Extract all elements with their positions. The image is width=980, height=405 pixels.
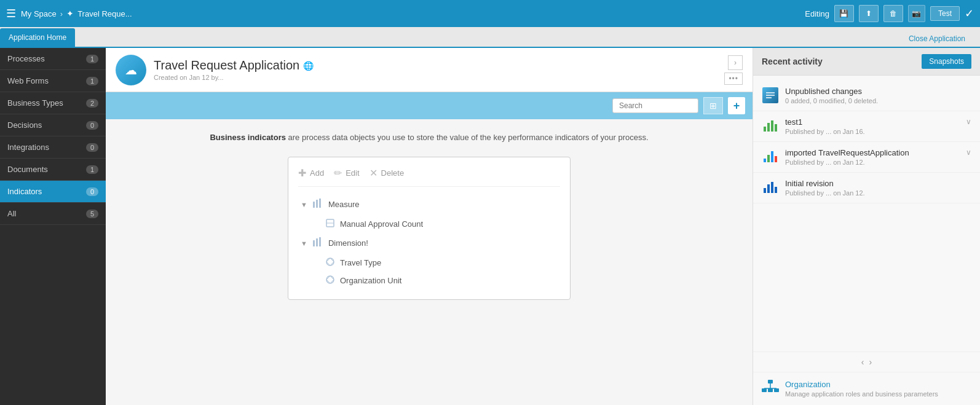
travel-type-label: Travel Type [340, 258, 381, 267]
measure-bar-icon [312, 198, 323, 211]
imported-bar-icon [764, 151, 777, 162]
imported-title: imported TravelRequestApplication [785, 148, 960, 157]
sidebar-item-processes[interactable]: Processes 1 [0, 48, 106, 70]
save-button[interactable]: 💾 [834, 5, 854, 22]
imported-expand-button[interactable]: ∨ [966, 148, 971, 157]
initial-bar-icon [764, 182, 777, 193]
search-input[interactable] [612, 98, 698, 113]
globe-icon: 🌐 [303, 61, 314, 71]
sidebar-indicators-count: 0 [86, 187, 98, 196]
sidebar-item-webforms[interactable]: Web Forms 1 [0, 70, 106, 92]
sidebar-item-decisions[interactable]: Decisions 0 [0, 114, 106, 136]
unpublished-title: Unpublished changes [785, 87, 971, 96]
app-name-breadcrumb: Travel Reque... [77, 9, 132, 18]
delete-action-label: Delete [381, 168, 405, 178]
share-button[interactable]: ⬆ [859, 5, 879, 22]
org-section: Organization Manage application roles an… [753, 372, 980, 405]
sidebar-item-integrations[interactable]: Integrations 0 [0, 136, 106, 159]
sidebar-decisions-count: 0 [86, 121, 98, 130]
travel-type-icon [325, 257, 335, 269]
sidebar-documents-label: Documents [7, 165, 86, 174]
menu-icon[interactable]: ☰ [6, 7, 16, 20]
page-prev-button[interactable]: ‹ [861, 357, 864, 367]
sidebar-processes-label: Processes [7, 54, 86, 63]
indicators-actions: ✚ Add ✏ Edit ✕ Delete [298, 167, 560, 187]
activity-list: Unpublished changes 0 added, 0 modified,… [753, 76, 980, 352]
tree-child-travel-type[interactable]: Travel Type [323, 254, 560, 272]
sidebar-webforms-label: Web Forms [7, 76, 86, 85]
svg-rect-0 [313, 202, 315, 208]
sidebar-decisions-label: Decisions [7, 120, 86, 130]
close-application-button[interactable]: Close Application [900, 31, 974, 47]
svg-point-9 [326, 276, 334, 283]
tree-child-manual-approval[interactable]: Manual Approval Count [323, 215, 560, 233]
sidebar-integrations-label: Integrations [7, 143, 86, 152]
toolbar: ⊞ + [106, 92, 753, 119]
test1-title: test1 [785, 117, 960, 127]
tree-child-org-unit[interactable]: Organization Unit [323, 272, 560, 289]
sidebar-item-indicators[interactable]: Indicators 0 [0, 181, 106, 203]
manual-approval-icon [325, 218, 335, 230]
recent-activity-title: Recent activity [762, 57, 823, 66]
test1-expand-button[interactable]: ∨ [966, 117, 971, 126]
app-subtitle: Created on Jan 12 by... [154, 74, 314, 81]
add-action-button[interactable]: ✚ Add [298, 167, 324, 179]
sidebar-indicators-label: Indicators [7, 187, 86, 196]
description-text: Business indicators are process data obj… [118, 132, 740, 144]
unpublished-content: Unpublished changes 0 added, 0 modified,… [785, 87, 971, 104]
more-button[interactable]: ••• [724, 73, 743, 85]
grid-view-button[interactable]: ⊞ [703, 97, 723, 114]
svg-rect-15 [768, 388, 773, 392]
tree-measure-children: Manual Approval Count [298, 215, 560, 233]
breadcrumb-arrow: › [60, 9, 63, 18]
add-action-icon: ✚ [298, 167, 306, 179]
topbar-right: 📷 Test ✓ [908, 5, 974, 22]
test-button[interactable]: Test [930, 6, 960, 21]
close-application-label: Close Application [909, 34, 965, 43]
tree-dimension-children: Travel Type Organization Unit [298, 254, 560, 289]
imported-content: imported TravelRequestApplication Publis… [785, 148, 960, 166]
dimension-bar-icon [312, 237, 323, 250]
add-action-label: Add [310, 168, 324, 178]
unpublished-subtitle: 0 added, 0 modified, 0 deleted. [785, 97, 971, 104]
test1-icon-wrap [762, 117, 779, 135]
snapshots-button[interactable]: Snapshots [922, 54, 971, 69]
initial-icon-wrap [762, 179, 779, 196]
main-layout: Processes 1 Web Forms 1 Business Types 2… [0, 48, 980, 405]
dimension-toggle[interactable]: ▼ [301, 240, 307, 247]
svg-rect-2 [319, 199, 321, 208]
tab-application-home-label: Application Home [9, 33, 66, 42]
sidebar-item-documents[interactable]: Documents 1 [0, 159, 106, 181]
indicators-content: Business indicators are process data obj… [106, 119, 753, 405]
app-icon-small: ✦ [66, 9, 74, 18]
app-header-right: › ••• [724, 55, 743, 85]
delete-action-icon: ✕ [369, 167, 377, 179]
measure-toggle[interactable]: ▼ [301, 201, 307, 208]
delete-button[interactable]: 🗑 [883, 5, 903, 22]
nav-arrow-button[interactable]: › [728, 55, 743, 70]
svg-rect-16 [774, 388, 779, 392]
tab-application-home[interactable]: Application Home [0, 28, 75, 47]
sidebar-webforms-count: 1 [86, 77, 98, 85]
add-indicator-button[interactable]: + [728, 97, 745, 114]
right-panel: Recent activity Snapshots Unpublished [753, 48, 980, 405]
svg-rect-5 [313, 240, 315, 246]
sidebar-item-all[interactable]: All 5 [0, 203, 106, 225]
delete-action-button[interactable]: ✕ Delete [369, 167, 405, 179]
sidebar-all-count: 5 [86, 210, 98, 218]
edit-action-button[interactable]: ✏ Edit [334, 167, 359, 179]
org-description: Manage application roles and business pa… [785, 390, 938, 398]
svg-rect-7 [319, 237, 321, 246]
activity-item-unpublished: Unpublished changes 0 added, 0 modified,… [753, 81, 980, 111]
org-link[interactable]: Organization [785, 380, 938, 389]
tree-item-dimension: ▼ Dimension! [298, 233, 560, 254]
org-icon [762, 380, 779, 396]
my-space-link[interactable]: My Space [21, 9, 57, 18]
check-button[interactable]: ✓ [965, 7, 974, 20]
camera-button[interactable]: 📷 [908, 5, 925, 22]
sidebar-integrations-count: 0 [86, 143, 98, 152]
sidebar-item-businesstypes[interactable]: Business Types 2 [0, 92, 106, 114]
page-next-button[interactable]: › [869, 357, 872, 367]
unpublished-icon-wrap [762, 87, 779, 104]
app-icon: ☁ [116, 55, 146, 85]
